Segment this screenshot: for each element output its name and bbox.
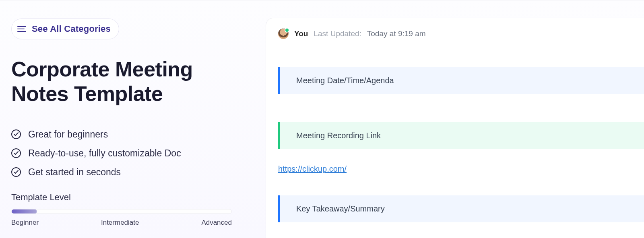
callout-takeaway[interactable]: Key Takeaway/Summary (278, 195, 644, 222)
page-title: Corporate Meeting Notes Template (11, 57, 250, 107)
template-level-label: Template Level (11, 192, 250, 203)
menu-icon (17, 26, 26, 32)
callout-text: Meeting Date/Time/Agenda (296, 76, 394, 85)
check-icon (11, 148, 21, 158)
feature-item: Get started in seconds (11, 167, 250, 178)
callout-text: Key Takeaway/Summary (296, 204, 385, 213)
check-icon (11, 129, 21, 139)
updated-time: Today at 9:19 am (367, 29, 426, 38)
recording-link[interactable]: https://clickup.com/ (278, 164, 347, 173)
level-tick-intermediate: Intermediate (101, 219, 139, 227)
callout-meeting-info[interactable]: Meeting Date/Time/Agenda (278, 67, 644, 94)
template-info-pane: See All Categories Corporate Meeting Not… (0, 0, 261, 238)
feature-text: Get started in seconds (28, 167, 121, 178)
template-level-fill (12, 209, 37, 213)
level-tick-beginner: Beginner (11, 219, 39, 227)
template-preview-panel: You Last Updated: Today at 9:19 am Meeti… (266, 18, 644, 238)
template-level-meter (11, 209, 232, 214)
template-level-ticks: Beginner Intermediate Advanced (11, 219, 232, 227)
feature-item: Great for beginners (11, 129, 250, 140)
feature-text: Ready-to-use, fully customizable Doc (28, 148, 181, 159)
updated-prefix: Last Updated: (314, 29, 361, 38)
feature-item: Ready-to-use, fully customizable Doc (11, 148, 250, 159)
doc-meta-row: You Last Updated: Today at 9:19 am (278, 29, 644, 39)
feature-text: Great for beginners (28, 129, 108, 140)
avatar (278, 29, 289, 39)
author-label: You (294, 29, 308, 38)
categories-label: See All Categories (32, 24, 111, 34)
callout-text: Meeting Recording Link (296, 131, 381, 140)
callout-recording[interactable]: Meeting Recording Link (278, 122, 644, 149)
check-icon (11, 167, 21, 177)
recording-link-row: https://clickup.com/ (278, 164, 644, 174)
feature-list: Great for beginners Ready-to-use, fully … (11, 129, 250, 178)
see-all-categories-button[interactable]: See All Categories (11, 18, 119, 39)
level-tick-advanced: Advanced (201, 219, 232, 227)
